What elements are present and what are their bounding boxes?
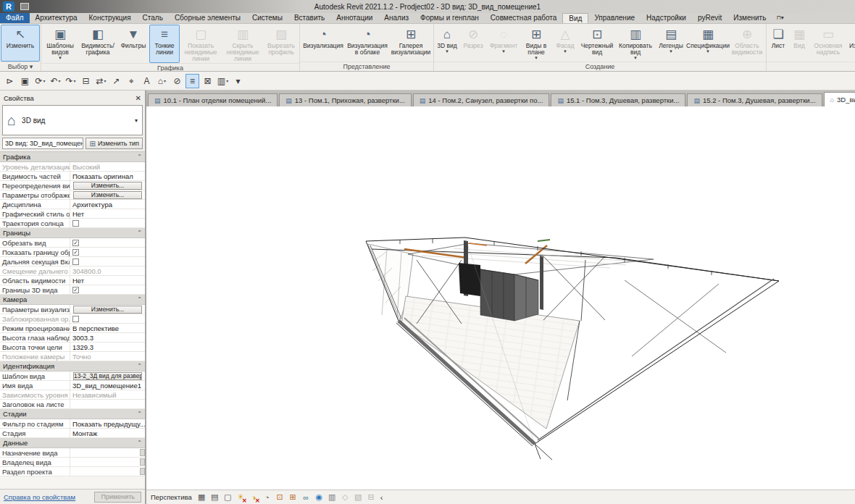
view-tab-tab-15-1[interactable]: ▤15.1 - Пом.3, Душевая, развертки...: [551, 93, 685, 106]
section-header-Данные[interactable]: Данные⌃: [0, 438, 145, 448]
ribbon-button-legends[interactable]: ▤Легенды▼: [655, 25, 687, 62]
qat-sync-with-central-icon[interactable]: ⟳▾: [33, 74, 47, 88]
checkbox-unchecked[interactable]: [72, 316, 79, 322]
ribbon-group-label[interactable]: Выбор ▾: [0, 62, 41, 71]
ribbon-button-filters[interactable]: ▼Фильтры: [117, 25, 149, 63]
displacement-sets-icon[interactable]: ▧: [352, 492, 364, 503]
section-header-Камера[interactable]: Камера⌃: [0, 295, 145, 305]
ribbon-button-render[interactable]: ◔Визуализация: [301, 25, 346, 62]
view-tab-tab-10-1[interactable]: ▤10.1 - План отделки помещений...: [148, 93, 278, 106]
property-value[interactable]: Архитектура: [70, 200, 145, 209]
menu-tab-addins[interactable]: Надстройки: [641, 13, 692, 23]
checkbox-checked[interactable]: ✓: [72, 249, 79, 256]
qat-redo-icon[interactable]: ↷▾: [64, 74, 78, 88]
qat-open-icon[interactable]: ⊳: [3, 74, 17, 88]
view-tab-tab-14[interactable]: ▤14 - Пом.2, Санузел, развертки по...: [413, 93, 550, 106]
property-value[interactable]: 13-2_3Д вид для разверт: [70, 371, 145, 380]
reveal-constraints-icon[interactable]: ⊟: [365, 492, 378, 503]
property-value[interactable]: 3003.3: [70, 333, 145, 342]
view-scale-label[interactable]: Перспектива: [151, 493, 192, 501]
qat-measure-icon[interactable]: ⇄▾: [94, 74, 108, 88]
qat-tag-by-category-icon[interactable]: ⌖: [125, 74, 138, 88]
checkbox-checked[interactable]: ✓: [72, 287, 79, 293]
collapse-icon[interactable]: ⌃: [137, 154, 142, 160]
crop-view-icon[interactable]: ⊡: [274, 492, 286, 503]
close-icon[interactable]: ✕: [135, 94, 141, 102]
collapse-icon[interactable]: ⌃: [137, 440, 142, 446]
sun-path-icon[interactable]: ☀✕: [235, 492, 247, 503]
property-value[interactable]: [70, 458, 140, 466]
section-header-Графика[interactable]: Графика⌃: [0, 152, 145, 162]
section-header-Идентификация[interactable]: Идентификация⌃: [0, 361, 145, 371]
ribbon-button-duplicate-view[interactable]: ▥Копировать вид▼: [616, 25, 655, 62]
row-end-button[interactable]: [140, 458, 145, 466]
property-edit-button[interactable]: Изменить...: [73, 306, 142, 314]
ribbon-button-view-templates[interactable]: ▣Шаблоны видов▼: [42, 25, 78, 63]
view-tab-tab-3d[interactable]: ⌂3D_вид_помещение1✕: [824, 92, 855, 106]
temporary-view-properties-icon[interactable]: ▥: [326, 492, 338, 503]
property-value[interactable]: ✓: [70, 238, 145, 247]
analytical-model-icon[interactable]: ◇: [339, 492, 351, 503]
property-value[interactable]: Изменить...: [70, 305, 145, 314]
ribbon-button-schedules[interactable]: ▦Спецификации▼: [687, 25, 729, 62]
qat-thin-lines-icon[interactable]: ≡: [185, 74, 199, 88]
property-value[interactable]: В перспективе: [70, 324, 145, 332]
visual-style-icon[interactable]: ▢: [222, 492, 234, 503]
detail-level-icon[interactable]: ▤: [209, 492, 221, 503]
checkbox-unchecked[interactable]: [72, 220, 79, 227]
property-value[interactable]: Нет: [70, 276, 145, 285]
menu-tab-pyrevit[interactable]: pyRevit: [692, 13, 727, 23]
property-value[interactable]: [70, 467, 140, 476]
ribbon-button-render-in-cloud[interactable]: ◔Визуализация в облаке: [346, 25, 389, 62]
row-end-button[interactable]: [140, 468, 145, 475]
collapse-arrow-icon[interactable]: ‹: [380, 493, 383, 502]
drawing-area[interactable]: [146, 106, 855, 490]
ribbon-button-visibility-graphics[interactable]: ◧Видимость/ графика: [78, 25, 117, 63]
checkbox-checked[interactable]: ✓: [72, 240, 79, 246]
property-value[interactable]: [70, 448, 140, 457]
qat-switch-windows-icon[interactable]: ▥▾: [216, 74, 230, 88]
menu-tab-modify[interactable]: Изменить: [727, 13, 772, 23]
show-crop-region-icon[interactable]: ⊞: [287, 492, 299, 503]
qat-save-icon[interactable]: ▣: [18, 74, 32, 88]
property-value[interactable]: ✓: [70, 285, 145, 294]
ribbon-button-render-gallery[interactable]: ⊞Галерея визуализации: [389, 25, 433, 62]
qat-customize-qat-icon[interactable]: ▾: [231, 74, 245, 88]
qat-undo-icon[interactable]: ↶▾: [49, 74, 62, 88]
ribbon-button-plan-views[interactable]: ⊞Виды в плане▼: [520, 25, 552, 62]
view-tab-tab-15-2[interactable]: ▤15.2 - Пом.3, Душевая, развертки...: [687, 93, 822, 106]
ribbon-display-toggle-icon[interactable]: ⊓▾: [772, 13, 788, 23]
property-value[interactable]: Нет: [70, 209, 145, 218]
property-value[interactable]: [70, 219, 145, 227]
view-tab-tab-13[interactable]: ▤13 - Пом.1, Прихожая, развертки...: [279, 93, 412, 106]
menu-tab-insert[interactable]: Вставить: [288, 13, 330, 23]
menu-tab-annotate[interactable]: Аннотации: [330, 13, 378, 23]
ribbon-button-sheet[interactable]: ❏Лист: [767, 25, 789, 62]
menu-tab-massing-site[interactable]: Формы и генплан: [414, 13, 485, 23]
property-value[interactable]: 1329.3: [70, 343, 145, 351]
menu-tab-architecture[interactable]: Архитектура: [30, 13, 83, 23]
property-value[interactable]: ✓: [70, 248, 145, 256]
section-header-Стадии[interactable]: Стадии⌃: [0, 409, 145, 419]
rendering-dialog-icon[interactable]: ◔: [261, 492, 273, 503]
menu-tab-systems[interactable]: Системы: [246, 13, 288, 23]
scale-icon[interactable]: ▦: [196, 492, 208, 503]
qat-aligned-dimension-icon[interactable]: ↗: [109, 74, 123, 88]
menu-tab-steel[interactable]: Сталь: [137, 13, 169, 23]
apply-button[interactable]: Применить: [94, 492, 141, 503]
menu-tab-structure[interactable]: Конструкция: [83, 13, 137, 23]
menu-tab-view[interactable]: Вид: [562, 13, 588, 23]
property-value[interactable]: [70, 257, 145, 266]
property-value[interactable]: [70, 400, 145, 408]
menu-tab-manage[interactable]: Управление: [588, 13, 641, 23]
type-selector[interactable]: ⌂ 3D вид ▾: [2, 105, 143, 135]
collapse-icon[interactable]: ⌃: [137, 230, 142, 236]
property-edit-button[interactable]: 13-2_3Д вид для разверт: [73, 372, 142, 380]
reveal-hidden-elements-icon[interactable]: ◉: [313, 492, 325, 503]
property-value[interactable]: Изменить...: [70, 190, 145, 199]
qat-close-inactive-windows-icon[interactable]: ⊠: [201, 74, 214, 88]
menu-tab-precast[interactable]: Сборные элементы: [169, 13, 246, 23]
checkbox-unchecked[interactable]: [72, 259, 79, 265]
property-value[interactable]: Показать оригинал: [70, 172, 145, 180]
property-value[interactable]: 3D_вид_помещение1: [70, 381, 145, 390]
